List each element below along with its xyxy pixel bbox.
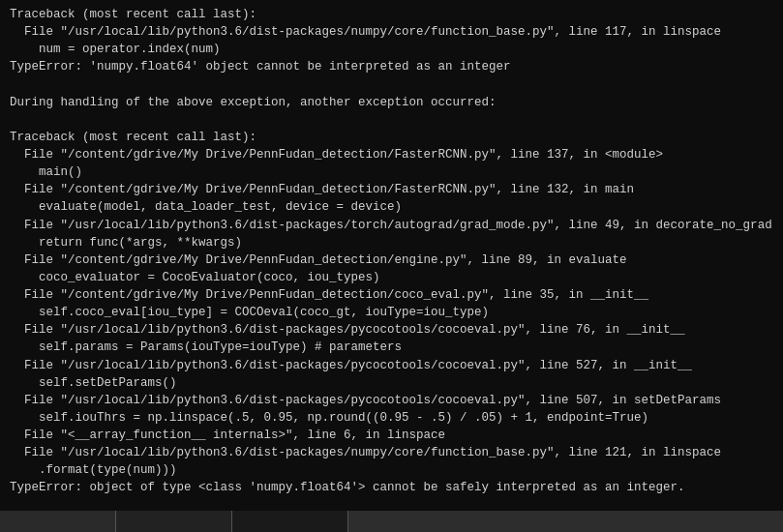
line-23: File "/usr/local/lib/python3.6/dist-pack…	[10, 392, 773, 409]
line-14: return func(*args, **kwargs)	[10, 234, 773, 251]
line-8: Traceback (most recent call last):	[10, 129, 773, 146]
thumb-1[interactable]	[0, 511, 116, 532]
line-25: File "<__array_function__ internals>", l…	[10, 427, 773, 444]
line-20: self.params = Params(iouType=iouType) # …	[10, 339, 773, 356]
line-12: evaluate(model, data_loader_test, device…	[10, 198, 773, 216]
line-5	[10, 76, 773, 94]
terminal-content: Traceback (most recent call last): File …	[6, 4, 777, 524]
taskbar-spacer	[348, 511, 783, 532]
line-2: File "/usr/local/lib/python3.6/dist-pack…	[10, 23, 773, 41]
line-26: File "/usr/local/lib/python3.6/dist-pack…	[10, 444, 773, 461]
line-4: TypeError: 'numpy.float64' object cannot…	[10, 58, 773, 75]
line-11: File "/content/gdrive/My Drive/PennFudan…	[10, 181, 773, 198]
line-10: main()	[10, 163, 773, 181]
line-28: TypeError: object of type <class 'numpy.…	[10, 479, 773, 496]
line-15: File "/content/gdrive/My Drive/PennFudan…	[10, 251, 773, 269]
line-24: self.iouThrs = np.linspace(.5, 0.95, np.…	[10, 409, 773, 427]
line-27: .format(type(num)))	[10, 461, 773, 479]
line-21: File "/usr/local/lib/python3.6/dist-pack…	[10, 357, 773, 374]
thumb-3[interactable]	[232, 511, 348, 532]
line-1: Traceback (most recent call last):	[10, 6, 773, 23]
thumb-2[interactable]	[116, 511, 232, 532]
bottom-taskbar	[0, 511, 783, 532]
line-19: File "/usr/local/lib/python3.6/dist-pack…	[10, 321, 773, 339]
taskbar-thumbnails	[0, 511, 783, 532]
line-9: File "/content/gdrive/My Drive/PennFudan…	[10, 146, 773, 163]
line-7	[10, 111, 773, 129]
line-6: During handling of the above exception, …	[10, 94, 773, 111]
line-18: self.coco_eval[iou_type] = COCOeval(coco…	[10, 304, 773, 321]
line-16: coco_evaluator = CocoEvaluator(coco, iou…	[10, 269, 773, 286]
line-13: File "/usr/local/lib/python3.6/dist-pack…	[10, 217, 773, 234]
another-word: another	[300, 96, 351, 109]
line-17: File "/content/gdrive/My Drive/PennFudan…	[10, 286, 773, 304]
terminal-window: Traceback (most recent call last): File …	[0, 0, 783, 532]
line-22: self.setDetParams()	[10, 374, 773, 392]
line-3: num = operator.index(num)	[10, 41, 773, 58]
